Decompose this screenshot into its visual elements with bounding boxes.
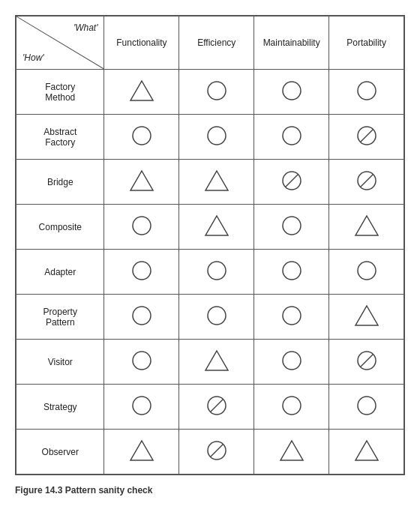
cell-r3-c3: [329, 205, 404, 250]
header-corner-cell: 'What' 'How': [16, 16, 104, 70]
cell-r5-c3: [329, 295, 404, 340]
col-header-portability: Portability: [329, 16, 404, 70]
svg-point-4: [358, 82, 376, 100]
svg-marker-38: [130, 441, 153, 460]
svg-line-32: [360, 355, 373, 367]
svg-line-15: [360, 175, 373, 187]
cell-r6-c0: [104, 340, 179, 385]
table-row: Strategy: [16, 385, 404, 430]
table-row: Visitor: [16, 340, 404, 385]
cell-r6-c1: [179, 340, 254, 385]
table-row: Composite: [16, 205, 404, 250]
row-label: FactoryMethod: [16, 70, 104, 115]
table-row: Adapter: [16, 250, 404, 295]
cell-r0-c0: [104, 70, 179, 115]
table-row: Bridge: [16, 160, 404, 205]
svg-point-18: [283, 217, 301, 235]
figure-caption: Figure 14.3 Pattern sanity check: [15, 485, 405, 496]
row-label: Bridge: [16, 160, 104, 205]
cell-r1-c3: [329, 115, 404, 160]
cell-r1-c1: [179, 115, 254, 160]
svg-point-33: [133, 397, 151, 415]
svg-point-36: [283, 397, 301, 415]
cell-r1-c2: [254, 115, 329, 160]
cell-r4-c2: [254, 250, 329, 295]
row-label: AbstractFactory: [16, 115, 104, 160]
cell-r2-c1: [179, 160, 254, 205]
cell-r7-c3: [329, 385, 404, 430]
cell-r0-c2: [254, 70, 329, 115]
svg-marker-41: [280, 441, 303, 460]
cell-r3-c2: [254, 205, 329, 250]
svg-point-2: [208, 82, 226, 100]
svg-marker-10: [130, 171, 153, 190]
figure-number: Figure 14.3: [15, 485, 62, 496]
figure-text: Pattern sanity check: [65, 485, 153, 496]
row-label: Strategy: [16, 385, 104, 430]
cell-r4-c1: [179, 250, 254, 295]
svg-point-5: [133, 127, 151, 145]
table-row: FactoryMethod: [16, 70, 404, 115]
svg-marker-11: [206, 171, 228, 190]
cell-r6-c3: [329, 340, 404, 385]
cell-r7-c0: [104, 385, 179, 430]
svg-point-37: [358, 397, 376, 415]
cell-r5-c2: [254, 295, 329, 340]
svg-marker-29: [206, 351, 228, 370]
how-label: 'How': [22, 52, 44, 63]
cell-r7-c2: [254, 385, 329, 430]
svg-point-16: [133, 217, 151, 235]
svg-point-23: [358, 262, 376, 280]
svg-line-9: [360, 130, 373, 142]
table-row: AbstractFactory: [16, 115, 404, 160]
svg-marker-17: [206, 216, 228, 235]
svg-marker-1: [130, 81, 153, 100]
svg-point-7: [283, 127, 301, 145]
cell-r8-c3: [329, 430, 404, 475]
cell-r1-c0: [104, 115, 179, 160]
svg-point-25: [208, 307, 226, 325]
svg-point-6: [208, 127, 226, 145]
svg-point-28: [133, 352, 151, 370]
svg-line-13: [285, 175, 298, 187]
row-label: Visitor: [16, 340, 104, 385]
cell-r5-c0: [104, 295, 179, 340]
main-table-wrapper: 'What' 'How' Functionality Efficiency Ma…: [15, 15, 405, 475]
cell-r2-c0: [104, 160, 179, 205]
svg-point-21: [208, 262, 226, 280]
table-row: PropertyPattern: [16, 295, 404, 340]
cell-r8-c1: [179, 430, 254, 475]
row-label: PropertyPattern: [16, 295, 104, 340]
cell-r2-c3: [329, 160, 404, 205]
cell-r0-c1: [179, 70, 254, 115]
cell-r4-c3: [329, 250, 404, 295]
svg-marker-27: [356, 306, 378, 325]
cell-r7-c1: [179, 385, 254, 430]
row-label: Composite: [16, 205, 104, 250]
cell-r3-c1: [179, 205, 254, 250]
svg-point-30: [283, 352, 301, 370]
svg-line-35: [210, 400, 223, 412]
svg-point-3: [283, 82, 301, 100]
cell-r2-c2: [254, 160, 329, 205]
row-label: Adapter: [16, 250, 104, 295]
row-label: Observer: [16, 430, 104, 475]
cell-r8-c2: [254, 430, 329, 475]
svg-line-40: [210, 445, 223, 457]
cell-r8-c0: [104, 430, 179, 475]
col-header-maintainability: Maintainability: [254, 16, 329, 70]
cell-r6-c2: [254, 340, 329, 385]
svg-point-22: [283, 262, 301, 280]
svg-marker-19: [356, 216, 378, 235]
svg-point-26: [283, 307, 301, 325]
cell-r0-c3: [329, 70, 404, 115]
cell-r3-c0: [104, 205, 179, 250]
col-header-functionality: Functionality: [104, 16, 179, 70]
svg-point-24: [133, 307, 151, 325]
cell-r4-c0: [104, 250, 179, 295]
cell-r5-c1: [179, 295, 254, 340]
table-row: Observer: [16, 430, 404, 475]
what-label: 'What': [74, 22, 98, 33]
col-header-efficiency: Efficiency: [179, 16, 254, 70]
svg-point-20: [133, 262, 151, 280]
